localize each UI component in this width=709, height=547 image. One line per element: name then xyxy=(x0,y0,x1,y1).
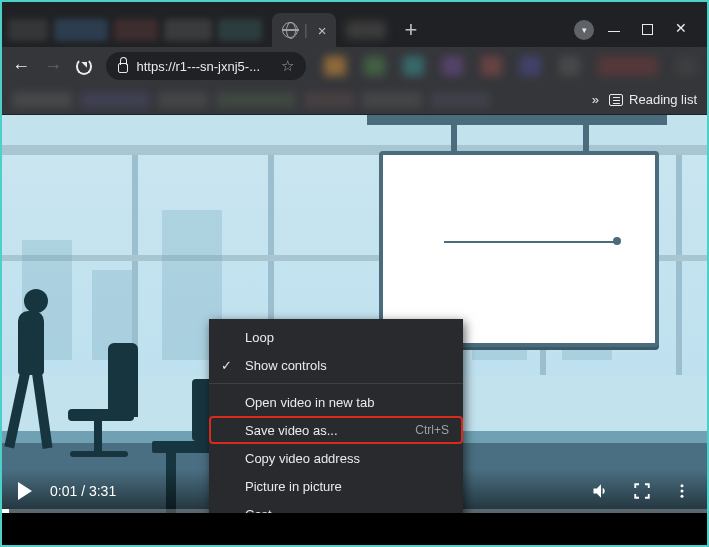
context-menu-item-cast[interactable]: Cast... xyxy=(209,500,463,513)
context-menu-item-open-video-in-new-tab[interactable]: Open video in new tab xyxy=(209,388,463,416)
bookmark-obscured[interactable] xyxy=(158,92,208,108)
bookmark-overflow-button[interactable]: » xyxy=(592,92,599,107)
video-player[interactable]: 0:01 / 3:31 Loop✓Show controlsOpen video… xyxy=(2,115,707,513)
context-menu-shortcut: Ctrl+S xyxy=(415,423,449,437)
extension-obscured[interactable] xyxy=(520,56,541,76)
tab-separator: | xyxy=(304,22,308,38)
context-menu-item-loop[interactable]: Loop xyxy=(209,323,463,351)
extension-obscured[interactable] xyxy=(364,56,385,76)
context-menu-label: Save video as... xyxy=(245,423,338,438)
bookmark-star-icon[interactable]: ☆ xyxy=(281,57,294,75)
tab-active[interactable]: | × xyxy=(272,13,336,47)
video-context-menu: Loop✓Show controlsOpen video in new tabS… xyxy=(209,319,463,513)
bookmark-bar: » Reading list xyxy=(2,85,707,115)
profile-avatar[interactable] xyxy=(574,20,594,40)
bookmark-obscured[interactable] xyxy=(430,92,490,108)
tab-strip: | × + ✕ xyxy=(2,13,707,47)
svg-point-1 xyxy=(681,490,684,493)
globe-icon xyxy=(282,22,298,38)
back-button[interactable]: ← xyxy=(12,56,30,77)
bookmark-obscured[interactable] xyxy=(216,92,296,108)
more-options-button[interactable] xyxy=(673,482,691,500)
bookmark-obscured[interactable] xyxy=(362,92,422,108)
context-menu-item-show-controls[interactable]: ✓Show controls xyxy=(209,351,463,379)
tab-obscured[interactable] xyxy=(218,19,262,41)
tab-obscured[interactable] xyxy=(8,19,48,41)
context-menu-label: Loop xyxy=(245,330,274,345)
close-tab-icon[interactable]: × xyxy=(318,22,327,39)
extension-obscured[interactable] xyxy=(598,56,658,76)
context-menu-label: Cast... xyxy=(245,507,283,514)
context-menu-label: Open video in new tab xyxy=(245,395,374,410)
bookmark-obscured[interactable] xyxy=(80,92,150,108)
extension-obscured[interactable] xyxy=(676,56,697,76)
url-text: https://r1---sn-jxnj5-... xyxy=(136,59,260,74)
titlebar xyxy=(2,2,707,13)
window-controls: ✕ xyxy=(608,22,687,38)
toolbar: ← → https://r1---sn-jxnj5-... ☆ xyxy=(2,47,707,85)
extension-obscured[interactable] xyxy=(442,56,463,76)
tab-obscured[interactable] xyxy=(164,19,212,41)
check-icon: ✓ xyxy=(221,358,232,373)
bookmark-obscured[interactable] xyxy=(304,92,354,108)
context-menu-item-picture-in-picture[interactable]: Picture in picture xyxy=(209,472,463,500)
reading-list-label: Reading list xyxy=(629,92,697,107)
fullscreen-button[interactable] xyxy=(633,482,651,500)
bookmark-obscured[interactable] xyxy=(12,92,72,108)
volume-button[interactable] xyxy=(591,481,611,501)
extension-obscured[interactable] xyxy=(324,56,345,76)
new-tab-button[interactable]: + xyxy=(404,17,417,43)
video-time: 0:01 / 3:31 xyxy=(50,483,116,499)
context-menu-item-copy-video-address[interactable]: Copy video address xyxy=(209,444,463,472)
lock-icon xyxy=(118,63,128,73)
tab-obscured[interactable] xyxy=(114,19,158,41)
video-container: 0:01 / 3:31 Loop✓Show controlsOpen video… xyxy=(2,115,707,543)
extension-obscured[interactable] xyxy=(481,56,502,76)
reading-list-button[interactable]: Reading list xyxy=(609,92,697,107)
svg-point-2 xyxy=(681,495,684,498)
minimize-button[interactable] xyxy=(608,22,620,38)
reading-list-icon xyxy=(609,94,623,106)
tab-obscured[interactable] xyxy=(54,19,108,41)
context-menu-label: Show controls xyxy=(245,358,327,373)
context-menu-label: Copy video address xyxy=(245,451,360,466)
close-window-button[interactable]: ✕ xyxy=(675,22,687,38)
svg-point-0 xyxy=(681,484,684,487)
extension-obscured[interactable] xyxy=(403,56,424,76)
tab-obscured[interactable] xyxy=(346,21,386,39)
context-menu-label: Picture in picture xyxy=(245,479,342,494)
extension-obscured[interactable] xyxy=(559,56,580,76)
context-menu-separator xyxy=(209,383,463,384)
maximize-button[interactable] xyxy=(642,22,653,38)
forward-button[interactable]: → xyxy=(44,56,62,77)
letterbox-bar xyxy=(2,513,707,543)
reload-button[interactable] xyxy=(76,58,92,75)
play-button[interactable] xyxy=(18,482,32,500)
context-menu-item-save-video-as[interactable]: Save video as...Ctrl+S xyxy=(209,416,463,444)
address-bar[interactable]: https://r1---sn-jxnj5-... ☆ xyxy=(106,52,306,80)
